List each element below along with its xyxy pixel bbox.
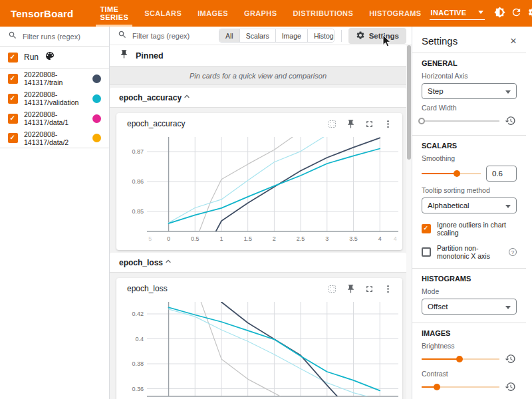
more-options-button[interactable] (380, 116, 396, 132)
run-name: 20220808-141317/data/1 (24, 110, 68, 126)
more-options-button[interactable] (380, 281, 396, 297)
filter-scalars-button[interactable]: Scalars (239, 29, 275, 42)
help-icon[interactable]: ? (509, 248, 517, 256)
run-row-train[interactable]: 20220808-141317/train (0, 68, 109, 88)
svg-text:0.42: 0.42 (132, 311, 144, 317)
smoothing-label: Smoothing (422, 154, 517, 162)
tooltip-sorting-label: Tooltip sorting method (422, 186, 517, 194)
fullscreen-button[interactable] (361, 116, 377, 132)
tab-time-series[interactable]: TIME SERIES (92, 0, 136, 27)
fullscreen-button[interactable] (361, 281, 377, 297)
filter-histogram-button[interactable]: Histogram (307, 29, 334, 42)
settings-title: Settings (422, 35, 458, 47)
tab-histograms[interactable]: HISTOGRAMS (361, 0, 429, 27)
slider-knob[interactable] (456, 356, 463, 362)
pinned-section-header: Pinned (110, 45, 406, 66)
run-checkbox-validation[interactable] (8, 94, 18, 104)
svg-text:0.85: 0.85 (132, 208, 144, 215)
slider-knob[interactable] (434, 384, 440, 390)
slider-knob[interactable] (454, 170, 460, 177)
run-all-checkbox[interactable] (8, 53, 18, 63)
run-name: 20220808-141317/train (24, 70, 63, 86)
contrast-slider[interactable] (422, 383, 499, 391)
partition-x-axis-row[interactable]: Partition non-monotonic X axis ? (422, 244, 517, 260)
smoothing-slider[interactable] (422, 170, 481, 178)
svg-text:0.86: 0.86 (132, 178, 144, 185)
ignore-outliers-row[interactable]: Ignore outliers in chart scaling (422, 221, 517, 237)
tab-scalars[interactable]: SCALARS (136, 0, 190, 27)
run-checkbox-data2[interactable] (8, 133, 18, 143)
cards-scroll-area: Pinned Pin cards for a quick view and co… (110, 45, 412, 399)
card-header: epoch_accuracy (122, 113, 397, 133)
reload-status-select[interactable]: INACTIVE (430, 7, 485, 20)
scrollbar-thumb[interactable] (407, 45, 411, 160)
brightness-slider[interactable] (422, 355, 499, 363)
reset-icon[interactable] (505, 115, 517, 127)
partition-x-axis-checkbox[interactable] (422, 247, 431, 257)
pin-card-button[interactable] (342, 281, 358, 297)
run-list-header-label: Run (24, 53, 39, 62)
horizontal-axis-label: Horizontal Axis (422, 72, 517, 80)
gear-icon (356, 31, 365, 41)
epoch-loss-chart[interactable]: 0.420.40.380.36 (122, 298, 402, 399)
brightness-icon (494, 7, 505, 21)
epoch-accuracy-chart[interactable]: 0.870.860.8500.511.522.533.5454 (122, 133, 402, 246)
section-epoch-accuracy[interactable]: epoch_accuracy (110, 88, 406, 108)
ignore-outliers-checkbox[interactable] (422, 224, 431, 233)
svg-text:1: 1 (219, 235, 223, 242)
tooltip-sorting-select[interactable]: Alphabetical (422, 198, 517, 213)
svg-text:2: 2 (273, 235, 276, 242)
svg-text:3.5: 3.5 (349, 235, 358, 242)
histogram-mode-label: Mode (422, 287, 517, 295)
dark-mode-toggle-button[interactable] (494, 5, 505, 22)
section-epoch-loss[interactable]: epoch_loss (110, 253, 406, 273)
card-header: epoch_loss (122, 278, 397, 298)
histogram-mode-select[interactable]: Offset (422, 299, 517, 315)
svg-text:3: 3 (325, 235, 329, 242)
tab-graphs[interactable]: GRAPHS (236, 0, 285, 27)
smoothing-value-input[interactable] (486, 166, 517, 182)
card-width-slider[interactable] (422, 117, 499, 125)
tab-distributions[interactable]: DISTRIBUTIONS (285, 0, 361, 27)
section-title: epoch_accuracy (119, 93, 182, 102)
chevron-up-icon[interactable] (163, 256, 174, 269)
runs-filter (0, 27, 109, 47)
tooltip-sorting-value: Alphabetical (428, 201, 469, 209)
pin-icon (119, 49, 129, 62)
chevron-up-icon[interactable] (182, 91, 192, 104)
global-settings-button[interactable] (527, 5, 532, 22)
palette-icon (45, 51, 55, 64)
horizontal-axis-value: Step (428, 87, 444, 95)
main-panel: All Scalars Image Histogram Settings Pin… (110, 27, 412, 399)
run-list-header: Run (0, 47, 109, 68)
run-row-validation[interactable]: 20220808-141317/validation (0, 88, 109, 108)
reset-icon[interactable] (505, 381, 517, 393)
svg-text:1.5: 1.5 (243, 235, 252, 242)
card-width-row (422, 115, 517, 127)
pin-card-button[interactable] (342, 116, 358, 132)
tab-images[interactable]: IMAGES (190, 0, 236, 27)
horizontal-axis-select[interactable]: Step (422, 83, 517, 99)
settings-toggle-button[interactable]: Settings (348, 28, 406, 44)
search-icon (8, 31, 17, 43)
run-row-data1[interactable]: 20220808-141317/data/1 (0, 108, 109, 128)
fit-to-data-button[interactable] (324, 116, 340, 132)
smoothing-row (422, 166, 517, 182)
run-checkbox-data1[interactable] (8, 114, 18, 124)
close-icon[interactable]: × (510, 37, 517, 46)
filter-all-button[interactable]: All (219, 29, 239, 42)
svg-text:4: 4 (394, 235, 397, 242)
run-name: 20220808-141317/data/2 (24, 130, 68, 146)
reset-icon[interactable] (505, 353, 517, 365)
toolbar-divider (341, 30, 342, 42)
settings-section-scalars: SCALARS Smoothing Tooltip sorting method… (412, 135, 526, 268)
fit-to-data-button[interactable] (324, 281, 340, 297)
refresh-button[interactable] (511, 5, 522, 22)
filter-image-button[interactable]: Image (275, 29, 307, 42)
tags-filter-input[interactable] (132, 32, 219, 40)
app-logo: TensorBoard (11, 8, 73, 19)
run-checkbox-train[interactable] (8, 74, 18, 84)
slider-knob[interactable] (418, 118, 425, 124)
runs-filter-input[interactable] (23, 33, 101, 41)
run-row-data2[interactable]: 20220808-141317/data/2 (0, 128, 109, 148)
